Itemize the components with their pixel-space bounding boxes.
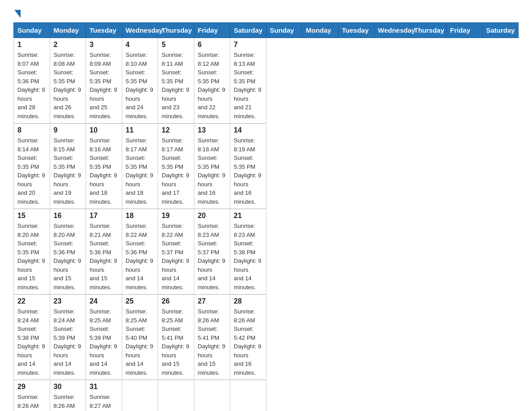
day-info: Sunrise: 8:10 AM Sunset: 5:35 PM Dayligh… (126, 51, 154, 120)
header-saturday: Saturday (230, 23, 266, 38)
day-number: 5 (162, 41, 190, 49)
calendar-week-row: 15 Sunrise: 8:20 AM Sunset: 5:35 PM Dayl… (14, 209, 519, 295)
col-header-tuesday: Tuesday (338, 23, 374, 38)
day-number: 4 (126, 41, 154, 49)
calendar-week-row: 1 Sunrise: 8:07 AM Sunset: 5:36 PM Dayli… (14, 38, 519, 124)
calendar-header-row: SundayMondayTuesdayWednesdayThursdayFrid… (14, 23, 519, 38)
calendar-cell: 30 Sunrise: 8:26 AM Sunset: 5:43 PM Dayl… (50, 380, 86, 411)
header-monday: Monday (50, 23, 86, 38)
calendar-cell (158, 380, 194, 411)
col-header-monday: Monday (302, 23, 339, 38)
day-number: 13 (198, 126, 227, 134)
calendar-cell: 23 Sunrise: 8:24 AM Sunset: 5:39 PM Dayl… (50, 295, 86, 380)
day-info: Sunrise: 8:26 AM Sunset: 5:43 PM Dayligh… (17, 393, 46, 411)
header-tuesday: Tuesday (86, 23, 122, 38)
day-info: Sunrise: 8:14 AM Sunset: 5:35 PM Dayligh… (17, 136, 46, 206)
calendar-cell: 14 Sunrise: 8:19 AM Sunset: 5:35 PM Dayl… (230, 124, 266, 209)
day-number: 16 (54, 212, 82, 220)
col-header-sunday: Sunday (266, 23, 302, 38)
day-info: Sunrise: 8:22 AM Sunset: 5:36 PM Dayligh… (126, 222, 154, 291)
day-info: Sunrise: 8:24 AM Sunset: 5:39 PM Dayligh… (54, 307, 82, 377)
day-info: Sunrise: 8:16 AM Sunset: 5:35 PM Dayligh… (90, 136, 118, 206)
calendar-cell: 22 Sunrise: 8:24 AM Sunset: 5:38 PM Dayl… (14, 295, 50, 380)
day-number: 18 (126, 212, 154, 220)
day-number: 2 (54, 41, 82, 49)
day-info: Sunrise: 8:27 AM Sunset: 5:44 PM Dayligh… (90, 393, 118, 411)
calendar-cell: 3 Sunrise: 8:09 AM Sunset: 5:35 PM Dayli… (86, 38, 122, 124)
col-header-thursday: Thursday (410, 23, 446, 38)
calendar-cell: 31 Sunrise: 8:27 AM Sunset: 5:44 PM Dayl… (86, 380, 122, 411)
day-number: 17 (90, 212, 118, 220)
calendar-table: SundayMondayTuesdayWednesdayThursdayFrid… (13, 22, 519, 411)
logo-triangle-icon (14, 10, 21, 18)
day-number: 3 (90, 41, 118, 49)
calendar-cell: 2 Sunrise: 8:08 AM Sunset: 5:35 PM Dayli… (50, 38, 86, 124)
day-number: 29 (17, 383, 46, 391)
calendar-cell: 5 Sunrise: 8:11 AM Sunset: 5:35 PM Dayli… (158, 38, 194, 124)
page-header (13, 9, 519, 14)
day-info: Sunrise: 8:26 AM Sunset: 5:41 PM Dayligh… (198, 307, 227, 377)
day-number: 1 (17, 41, 46, 49)
calendar-cell: 28 Sunrise: 8:26 AM Sunset: 5:42 PM Dayl… (230, 295, 266, 380)
header-friday: Friday (194, 23, 230, 38)
day-info: Sunrise: 8:24 AM Sunset: 5:38 PM Dayligh… (17, 307, 46, 377)
calendar-cell: 18 Sunrise: 8:22 AM Sunset: 5:36 PM Dayl… (122, 209, 158, 295)
day-info: Sunrise: 8:17 AM Sunset: 5:35 PM Dayligh… (126, 136, 154, 206)
day-number: 22 (17, 297, 46, 305)
day-number: 31 (90, 383, 118, 391)
day-info: Sunrise: 8:15 AM Sunset: 5:35 PM Dayligh… (54, 136, 82, 206)
calendar-cell: 9 Sunrise: 8:15 AM Sunset: 5:35 PM Dayli… (50, 124, 86, 209)
day-number: 15 (17, 212, 46, 220)
day-number: 25 (126, 297, 154, 305)
col-header-wednesday: Wednesday (374, 23, 411, 38)
day-number: 8 (17, 126, 46, 134)
day-info: Sunrise: 8:25 AM Sunset: 5:39 PM Dayligh… (90, 307, 118, 377)
calendar-cell: 10 Sunrise: 8:16 AM Sunset: 5:35 PM Dayl… (86, 124, 122, 209)
calendar-cell (194, 380, 230, 411)
day-info: Sunrise: 8:18 AM Sunset: 5:35 PM Dayligh… (198, 136, 227, 206)
day-number: 21 (234, 212, 262, 220)
day-info: Sunrise: 8:17 AM Sunset: 5:35 PM Dayligh… (162, 136, 190, 206)
day-info: Sunrise: 8:25 AM Sunset: 5:40 PM Dayligh… (126, 307, 154, 377)
header-sunday: Sunday (14, 23, 50, 38)
calendar-week-row: 8 Sunrise: 8:14 AM Sunset: 5:35 PM Dayli… (14, 124, 519, 209)
day-number: 20 (198, 212, 227, 220)
calendar-cell: 20 Sunrise: 8:23 AM Sunset: 5:37 PM Dayl… (194, 209, 230, 295)
calendar-cell: 25 Sunrise: 8:25 AM Sunset: 5:40 PM Dayl… (122, 295, 158, 380)
day-info: Sunrise: 8:23 AM Sunset: 5:38 PM Dayligh… (234, 222, 262, 291)
header-thursday: Thursday (158, 23, 194, 38)
calendar-cell: 6 Sunrise: 8:12 AM Sunset: 5:35 PM Dayli… (194, 38, 230, 124)
day-info: Sunrise: 8:11 AM Sunset: 5:35 PM Dayligh… (162, 51, 190, 120)
calendar-cell (122, 380, 158, 411)
day-info: Sunrise: 8:19 AM Sunset: 5:35 PM Dayligh… (234, 136, 262, 206)
day-info: Sunrise: 8:08 AM Sunset: 5:35 PM Dayligh… (54, 51, 82, 120)
calendar-cell: 15 Sunrise: 8:20 AM Sunset: 5:35 PM Dayl… (14, 209, 50, 295)
calendar-cell: 13 Sunrise: 8:18 AM Sunset: 5:35 PM Dayl… (194, 124, 230, 209)
day-info: Sunrise: 8:07 AM Sunset: 5:36 PM Dayligh… (17, 51, 46, 120)
day-number: 10 (90, 126, 118, 134)
day-number: 19 (162, 212, 190, 220)
col-header-friday: Friday (446, 23, 483, 38)
day-info: Sunrise: 8:25 AM Sunset: 5:41 PM Dayligh… (162, 307, 190, 377)
day-number: 24 (90, 297, 118, 305)
day-info: Sunrise: 8:09 AM Sunset: 5:35 PM Dayligh… (90, 51, 118, 120)
calendar-cell: 1 Sunrise: 8:07 AM Sunset: 5:36 PM Dayli… (14, 38, 50, 124)
day-info: Sunrise: 8:12 AM Sunset: 5:35 PM Dayligh… (198, 51, 227, 120)
calendar-cell: 24 Sunrise: 8:25 AM Sunset: 5:39 PM Dayl… (86, 295, 122, 380)
day-info: Sunrise: 8:13 AM Sunset: 5:35 PM Dayligh… (234, 51, 262, 120)
calendar-cell: 29 Sunrise: 8:26 AM Sunset: 5:43 PM Dayl… (14, 380, 50, 411)
day-number: 7 (234, 41, 262, 49)
day-number: 9 (54, 126, 82, 134)
logo (13, 9, 21, 14)
calendar-week-row: 29 Sunrise: 8:26 AM Sunset: 5:43 PM Dayl… (14, 380, 519, 411)
calendar-cell: 8 Sunrise: 8:14 AM Sunset: 5:35 PM Dayli… (14, 124, 50, 209)
day-number: 6 (198, 41, 227, 49)
day-info: Sunrise: 8:21 AM Sunset: 5:36 PM Dayligh… (90, 222, 118, 291)
calendar-cell: 7 Sunrise: 8:13 AM Sunset: 5:35 PM Dayli… (230, 38, 266, 124)
calendar-cell: 4 Sunrise: 8:10 AM Sunset: 5:35 PM Dayli… (122, 38, 158, 124)
day-info: Sunrise: 8:20 AM Sunset: 5:36 PM Dayligh… (54, 222, 82, 291)
col-header-saturday: Saturday (482, 23, 519, 38)
header-wednesday: Wednesday (122, 23, 158, 38)
calendar-cell: 21 Sunrise: 8:23 AM Sunset: 5:38 PM Dayl… (230, 209, 266, 295)
day-info: Sunrise: 8:26 AM Sunset: 5:42 PM Dayligh… (234, 307, 262, 377)
